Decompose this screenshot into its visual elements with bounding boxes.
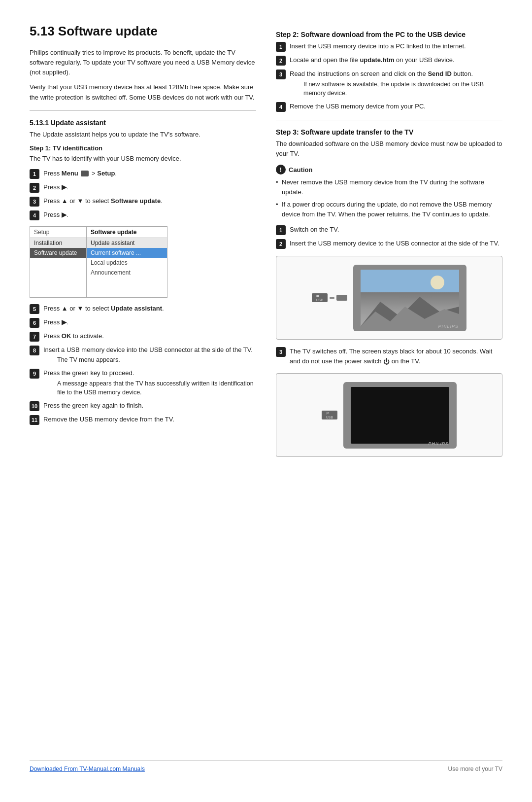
step-item: 2 Press ▶. <box>30 182 256 193</box>
step3-title: Step 3: Software update transfer to the … <box>276 128 502 136</box>
step-item: 1 Press Menu > Setup. <box>30 169 256 179</box>
step-num: 8 <box>30 346 39 355</box>
section-intro: The Update assistant helps you to update… <box>30 130 256 139</box>
table-left-item: Installation <box>30 238 86 248</box>
caution-icon: ! <box>276 165 286 174</box>
table-left-item <box>30 258 86 268</box>
step-text: Press ▲ or ▼ to select Software update. <box>43 196 256 206</box>
step-item: 7 Press OK to activate. <box>30 331 256 342</box>
step-text: Press the green key to proceed. A messag… <box>43 368 256 397</box>
caution-title: ! Caution <box>276 165 502 174</box>
step-num: 2 <box>276 56 286 66</box>
step-item: 2 Locate and open the file update.htm on… <box>276 55 502 66</box>
caution-block: ! Caution Never remove the USB memory de… <box>276 165 502 219</box>
table-right-item-selected: Current software ... <box>87 248 167 258</box>
step-text: Press Menu > Setup. <box>43 169 256 178</box>
right-column: Step 2: Software download from the PC to… <box>276 24 502 748</box>
step-item: 8 Insert a USB memory device into the US… <box>30 345 256 365</box>
intro-p2: Verify that your USB memory device has a… <box>30 82 256 102</box>
step-num: 4 <box>30 210 39 220</box>
step-text: Switch on the TV. <box>290 225 502 235</box>
step-num: 7 <box>30 332 39 342</box>
step3-intro: The downloaded software on the USB memor… <box>276 139 502 159</box>
tv-with-usb: ⇌USB <box>312 265 466 331</box>
table-header-setup: Setup <box>30 227 87 238</box>
step2-title: Step 2: Software download from the PC to… <box>276 31 502 38</box>
tv-body-1: PHILIPS <box>353 265 466 331</box>
step-item: 3 Press ▲ or ▼ to select Software update… <box>30 196 256 207</box>
table-right-item <box>87 287 167 297</box>
table-left-item <box>30 278 86 287</box>
tv-screen-1 <box>361 270 459 326</box>
table-left-item-selected: Software update <box>30 248 86 258</box>
step-item: 3 Read the instructions on screen and cl… <box>276 69 502 98</box>
section-title: 5.13.1 Update assistant <box>30 119 256 127</box>
step-num: 10 <box>30 401 39 411</box>
steps-5-11: 5 Press ▲ or ▼ to select Update assistan… <box>30 304 256 425</box>
step-text: Insert the USB memory device into a PC l… <box>290 41 502 51</box>
divider-right <box>276 120 502 120</box>
step-item: 10 Press the green key again to finish. <box>30 401 256 411</box>
step-item: 9 Press the green key to proceed. A mess… <box>30 368 256 397</box>
step-item: 1 Insert the USB memory device into a PC… <box>276 41 502 52</box>
step-text: Press ▶. <box>43 182 256 192</box>
setup-table: Setup Software update Installation Softw… <box>30 226 167 298</box>
table-left-items: Installation Software update <box>30 238 87 297</box>
step-num: 2 <box>276 239 286 249</box>
table-right-item: Update assistant <box>87 238 167 248</box>
step-num: 3 <box>30 197 39 207</box>
usb-connector-left: ⇌USB <box>312 293 347 302</box>
step-text: Press ▶. <box>43 317 256 327</box>
tv-black-screen <box>351 387 449 444</box>
step-num: 9 <box>30 369 39 379</box>
step-num: 1 <box>276 42 286 52</box>
divider-1 <box>30 110 256 111</box>
table-right-items: Update assistant Current software ... Lo… <box>87 238 167 297</box>
step2-steps: 1 Insert the USB memory device into a PC… <box>276 41 502 112</box>
step-num: 11 <box>30 415 39 425</box>
step-item: 4 Press ▶. <box>30 210 256 220</box>
tv-brand-2: PHILIPS <box>428 441 449 446</box>
step-text: Insert a USB memory device into the USB … <box>43 345 256 365</box>
tv-landscape <box>361 270 459 326</box>
table-header-update: Software update <box>87 227 167 238</box>
left-column: 5.13 Software update Philips continually… <box>30 24 256 748</box>
menu-icon <box>81 171 89 176</box>
caution-item: If a power drop occurs during the update… <box>276 200 502 219</box>
step-num: 3 <box>276 347 286 357</box>
table-right-item: Local updates <box>87 258 167 268</box>
step1-title: Step 1: TV identification <box>30 144 256 152</box>
step-text: Press ▲ or ▼ to select Update assistant. <box>43 304 256 314</box>
step-num: 1 <box>30 169 39 179</box>
caution-item: Never remove the USB memory device from … <box>276 177 502 197</box>
page-title: 5.13 Software update <box>30 24 256 39</box>
page-footer: Downloaded From TV-Manual.com Manuals Us… <box>30 760 502 772</box>
step3-cont: 3 The TV switches off. The screen stays … <box>276 347 502 366</box>
step3-steps: 1 Switch on the TV. 2 Insert the USB mem… <box>276 225 502 249</box>
step1-intro: The TV has to identify with your USB mem… <box>30 154 256 164</box>
tv-illustration-2: ⇌USB PHILIPS <box>276 373 502 457</box>
tv-body-2: PHILIPS <box>343 382 457 449</box>
table-left-item <box>30 287 86 297</box>
step-sub-note: The TV menu appears. <box>57 355 256 365</box>
power-icon: ⏻ <box>383 357 390 367</box>
step-text: Press the green key again to finish. <box>43 401 256 411</box>
step-item: 1 Switch on the TV. <box>276 225 502 235</box>
step-num: 3 <box>276 70 286 79</box>
step-num: 6 <box>30 318 39 328</box>
step-text: Insert the USB memory device to the USB … <box>290 239 502 248</box>
steps-1-4: 1 Press Menu > Setup. 2 Press ▶. 3 Press… <box>30 169 256 220</box>
step-item: 11 Remove the USB memory device from the… <box>30 415 256 425</box>
table-right-item: Announcement <box>87 268 167 278</box>
step-text: Press OK to activate. <box>43 331 256 341</box>
step-num: 1 <box>276 225 286 235</box>
step-item: 5 Press ▲ or ▼ to select Update assistan… <box>30 304 256 314</box>
step-text: Press ▶. <box>43 210 256 220</box>
step-text: The TV switches off. The screen stays bl… <box>290 347 502 366</box>
step-item: 6 Press ▶. <box>30 317 256 328</box>
page: 5.13 Software update Philips continually… <box>0 0 532 802</box>
footer-link[interactable]: Downloaded From TV-Manual.com Manuals <box>30 766 145 772</box>
footer-right: Use more of your TV <box>448 766 502 772</box>
intro-p1: Philips continually tries to improve its… <box>30 48 256 77</box>
step-item: 2 Insert the USB memory device to the US… <box>276 239 502 249</box>
